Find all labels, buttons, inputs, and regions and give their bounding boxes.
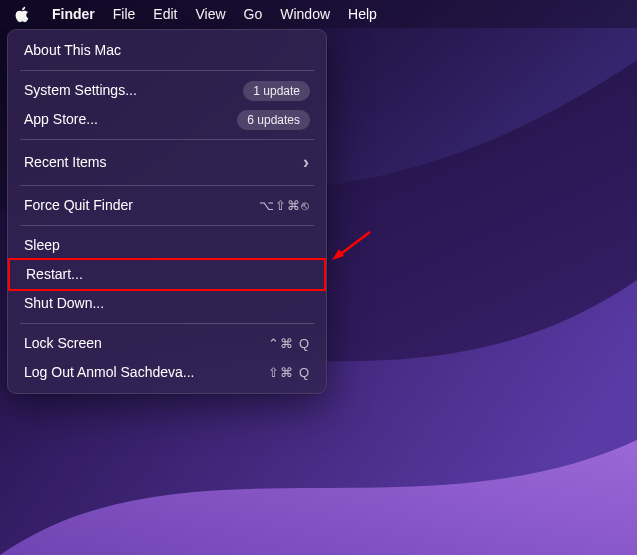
menu-sleep[interactable]: Sleep	[8, 231, 326, 260]
menubar-file[interactable]: File	[113, 6, 136, 22]
update-badge: 1 update	[243, 81, 310, 101]
menubar-app-name[interactable]: Finder	[52, 6, 95, 22]
menubar-go[interactable]: Go	[244, 6, 263, 22]
menu-divider	[20, 70, 314, 71]
menu-divider	[20, 225, 314, 226]
menubar-window[interactable]: Window	[280, 6, 330, 22]
keyboard-shortcut: ⌃⌘ Q	[268, 334, 310, 354]
menu-divider	[20, 139, 314, 140]
menu-label: Lock Screen	[24, 333, 102, 354]
menu-recent-items[interactable]: Recent Items ›	[8, 145, 326, 180]
menu-label: Recent Items	[24, 152, 106, 173]
apple-menu-dropdown: About This Mac System Settings... 1 upda…	[7, 29, 327, 394]
menu-label: Log Out Anmol Sachdeva...	[24, 362, 194, 383]
menu-label: Shut Down...	[24, 293, 104, 314]
menu-app-store[interactable]: App Store... 6 updates	[8, 105, 326, 134]
menu-shut-down[interactable]: Shut Down...	[8, 289, 326, 318]
menubar-help[interactable]: Help	[348, 6, 377, 22]
apple-logo-icon[interactable]	[14, 6, 30, 23]
menu-system-settings[interactable]: System Settings... 1 update	[8, 76, 326, 105]
menubar-view[interactable]: View	[195, 6, 225, 22]
chevron-right-icon: ›	[303, 149, 310, 176]
menu-about-this-mac[interactable]: About This Mac	[8, 36, 326, 65]
menu-divider	[20, 323, 314, 324]
keyboard-shortcut: ⇧⌘ Q	[268, 363, 310, 383]
menu-label: Restart...	[26, 264, 83, 285]
menu-label: Force Quit Finder	[24, 195, 133, 216]
menu-label: Sleep	[24, 235, 60, 256]
update-badge: 6 updates	[237, 110, 310, 130]
menu-label: App Store...	[24, 109, 98, 130]
menu-divider	[20, 185, 314, 186]
menu-label: System Settings...	[24, 80, 137, 101]
menu-lock-screen[interactable]: Lock Screen ⌃⌘ Q	[8, 329, 326, 358]
menubar-edit[interactable]: Edit	[153, 6, 177, 22]
menu-log-out[interactable]: Log Out Anmol Sachdeva... ⇧⌘ Q	[8, 358, 326, 387]
menu-restart[interactable]: Restart...	[8, 258, 326, 291]
menubar: Finder File Edit View Go Window Help	[0, 0, 637, 28]
menu-force-quit[interactable]: Force Quit Finder ⌥⇧⌘⎋	[8, 191, 326, 220]
keyboard-shortcut: ⌥⇧⌘⎋	[259, 196, 310, 216]
menu-label: About This Mac	[24, 40, 121, 61]
